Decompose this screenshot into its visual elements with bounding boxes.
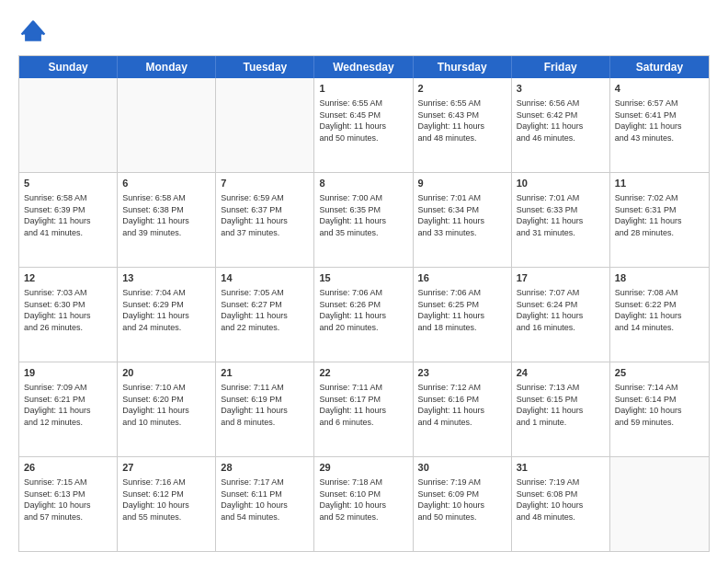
day-number: 29 — [319, 461, 407, 475]
calendar-week-1: 1Sunrise: 6:55 AM Sunset: 6:45 PM Daylig… — [19, 78, 709, 173]
cell-content: Sunrise: 7:13 AM Sunset: 6:15 PM Dayligh… — [517, 383, 584, 427]
day-number: 13 — [122, 271, 210, 285]
calendar-header-row: SundayMondayTuesdayWednesdayThursdayFrid… — [19, 56, 709, 78]
day-number: 4 — [615, 82, 704, 96]
header-day-wednesday: Wednesday — [314, 56, 413, 78]
logo-icon — [18, 17, 48, 46]
cell-content: Sunrise: 7:05 AM Sunset: 6:27 PM Dayligh… — [221, 288, 288, 332]
cell-content: Sunrise: 6:55 AM Sunset: 6:43 PM Dayligh… — [418, 98, 485, 143]
header-day-sunday: Sunday — [19, 56, 118, 78]
calendar-cell-1-2: 7Sunrise: 6:59 AM Sunset: 6:37 PM Daylig… — [216, 173, 314, 267]
calendar-cell-2-1: 13Sunrise: 7:04 AM Sunset: 6:29 PM Dayli… — [118, 268, 216, 362]
day-number: 12 — [24, 271, 112, 285]
day-number: 28 — [221, 461, 309, 475]
day-number: 5 — [24, 177, 112, 190]
calendar-cell-1-1: 6Sunrise: 6:58 AM Sunset: 6:38 PM Daylig… — [118, 173, 216, 267]
cell-content: Sunrise: 7:03 AM Sunset: 6:30 PM Dayligh… — [24, 288, 91, 332]
cell-content: Sunrise: 7:06 AM Sunset: 6:25 PM Dayligh… — [418, 288, 485, 332]
day-number: 6 — [122, 177, 210, 190]
day-number: 10 — [517, 177, 605, 190]
cell-content: Sunrise: 7:11 AM Sunset: 6:17 PM Dayligh… — [319, 383, 386, 427]
calendar-cell-3-1: 20Sunrise: 7:10 AM Sunset: 6:20 PM Dayli… — [118, 362, 216, 456]
day-number: 16 — [418, 271, 506, 285]
calendar-body: 1Sunrise: 6:55 AM Sunset: 6:45 PM Daylig… — [19, 78, 709, 551]
day-number: 3 — [517, 82, 605, 96]
day-number: 31 — [517, 461, 605, 475]
cell-content: Sunrise: 6:58 AM Sunset: 6:38 PM Dayligh… — [122, 193, 189, 237]
day-number: 21 — [221, 366, 309, 380]
calendar-cell-3-5: 24Sunrise: 7:13 AM Sunset: 6:15 PM Dayli… — [512, 362, 610, 456]
day-number: 2 — [418, 82, 506, 96]
day-number: 11 — [615, 177, 704, 190]
cell-content: Sunrise: 6:59 AM Sunset: 6:37 PM Dayligh… — [221, 193, 288, 237]
header-day-monday: Monday — [118, 56, 216, 78]
calendar-cell-1-5: 10Sunrise: 7:01 AM Sunset: 6:33 PM Dayli… — [512, 173, 610, 267]
day-number: 23 — [418, 366, 506, 380]
day-number: 26 — [24, 461, 112, 475]
calendar-cell-3-2: 21Sunrise: 7:11 AM Sunset: 6:19 PM Dayli… — [216, 362, 314, 456]
cell-content: Sunrise: 7:12 AM Sunset: 6:16 PM Dayligh… — [418, 383, 485, 427]
cell-content: Sunrise: 7:14 AM Sunset: 6:14 PM Dayligh… — [615, 383, 682, 427]
cell-content: Sunrise: 7:02 AM Sunset: 6:31 PM Dayligh… — [615, 193, 682, 237]
header-day-tuesday: Tuesday — [216, 56, 314, 78]
cell-content: Sunrise: 7:19 AM Sunset: 6:09 PM Dayligh… — [418, 477, 485, 522]
day-number: 17 — [517, 271, 605, 285]
cell-content: Sunrise: 6:56 AM Sunset: 6:42 PM Dayligh… — [517, 98, 584, 143]
day-number: 24 — [517, 366, 605, 380]
calendar-cell-1-6: 11Sunrise: 7:02 AM Sunset: 6:31 PM Dayli… — [610, 173, 709, 267]
page: SundayMondayTuesdayWednesdayThursdayFrid… — [0, 0, 728, 563]
calendar-cell-0-4: 2Sunrise: 6:55 AM Sunset: 6:43 PM Daylig… — [414, 78, 512, 172]
cell-content: Sunrise: 7:09 AM Sunset: 6:21 PM Dayligh… — [24, 383, 91, 427]
cell-content: Sunrise: 7:04 AM Sunset: 6:29 PM Dayligh… — [122, 288, 189, 332]
header — [18, 17, 710, 46]
cell-content: Sunrise: 7:18 AM Sunset: 6:10 PM Dayligh… — [319, 477, 386, 522]
calendar-cell-4-3: 29Sunrise: 7:18 AM Sunset: 6:10 PM Dayli… — [314, 457, 413, 551]
cell-content: Sunrise: 6:57 AM Sunset: 6:41 PM Dayligh… — [615, 98, 682, 143]
cell-content: Sunrise: 7:07 AM Sunset: 6:24 PM Dayligh… — [517, 288, 584, 332]
calendar-cell-4-6 — [610, 457, 709, 551]
calendar-cell-3-3: 22Sunrise: 7:11 AM Sunset: 6:17 PM Dayli… — [314, 362, 413, 456]
calendar-cell-4-0: 26Sunrise: 7:15 AM Sunset: 6:13 PM Dayli… — [19, 457, 118, 551]
day-number: 19 — [24, 366, 112, 380]
day-number: 8 — [319, 177, 407, 190]
calendar-cell-4-5: 31Sunrise: 7:19 AM Sunset: 6:08 PM Dayli… — [512, 457, 610, 551]
calendar-cell-3-6: 25Sunrise: 7:14 AM Sunset: 6:14 PM Dayli… — [610, 362, 709, 456]
calendar-week-4: 19Sunrise: 7:09 AM Sunset: 6:21 PM Dayli… — [19, 362, 709, 457]
day-number: 1 — [319, 82, 407, 96]
calendar-cell-1-0: 5Sunrise: 6:58 AM Sunset: 6:39 PM Daylig… — [19, 173, 118, 267]
calendar-cell-0-3: 1Sunrise: 6:55 AM Sunset: 6:45 PM Daylig… — [314, 78, 413, 172]
header-day-friday: Friday — [512, 56, 610, 78]
cell-content: Sunrise: 6:58 AM Sunset: 6:39 PM Dayligh… — [24, 193, 91, 237]
calendar: SundayMondayTuesdayWednesdayThursdayFrid… — [18, 55, 710, 552]
header-day-saturday: Saturday — [610, 56, 709, 78]
calendar-cell-2-5: 17Sunrise: 7:07 AM Sunset: 6:24 PM Dayli… — [512, 268, 610, 362]
logo — [18, 17, 51, 46]
day-number: 27 — [122, 461, 210, 475]
calendar-cell-1-3: 8Sunrise: 7:00 AM Sunset: 6:35 PM Daylig… — [314, 173, 413, 267]
cell-content: Sunrise: 7:01 AM Sunset: 6:34 PM Dayligh… — [418, 193, 485, 237]
day-number: 14 — [221, 271, 309, 285]
calendar-week-5: 26Sunrise: 7:15 AM Sunset: 6:13 PM Dayli… — [19, 457, 709, 551]
day-number: 18 — [615, 271, 704, 285]
day-number: 20 — [122, 366, 210, 380]
calendar-week-2: 5Sunrise: 6:58 AM Sunset: 6:39 PM Daylig… — [19, 173, 709, 268]
day-number: 9 — [418, 177, 506, 190]
calendar-cell-0-1 — [118, 78, 216, 172]
day-number: 30 — [418, 461, 506, 475]
cell-content: Sunrise: 7:11 AM Sunset: 6:19 PM Dayligh… — [221, 383, 288, 427]
calendar-cell-0-6: 4Sunrise: 6:57 AM Sunset: 6:41 PM Daylig… — [610, 78, 709, 172]
cell-content: Sunrise: 7:08 AM Sunset: 6:22 PM Dayligh… — [615, 288, 682, 332]
day-number: 25 — [615, 366, 704, 380]
cell-content: Sunrise: 7:01 AM Sunset: 6:33 PM Dayligh… — [517, 193, 584, 237]
cell-content: Sunrise: 7:16 AM Sunset: 6:12 PM Dayligh… — [122, 477, 189, 522]
day-number: 15 — [319, 271, 407, 285]
calendar-cell-0-2 — [216, 78, 314, 172]
calendar-cell-4-2: 28Sunrise: 7:17 AM Sunset: 6:11 PM Dayli… — [216, 457, 314, 551]
day-number: 22 — [319, 366, 407, 380]
calendar-cell-0-5: 3Sunrise: 6:56 AM Sunset: 6:42 PM Daylig… — [512, 78, 610, 172]
cell-content: Sunrise: 7:10 AM Sunset: 6:20 PM Dayligh… — [122, 383, 189, 427]
calendar-cell-1-4: 9Sunrise: 7:01 AM Sunset: 6:34 PM Daylig… — [414, 173, 512, 267]
calendar-cell-0-0 — [19, 78, 118, 172]
cell-content: Sunrise: 7:19 AM Sunset: 6:08 PM Dayligh… — [517, 477, 584, 522]
calendar-week-3: 12Sunrise: 7:03 AM Sunset: 6:30 PM Dayli… — [19, 268, 709, 362]
